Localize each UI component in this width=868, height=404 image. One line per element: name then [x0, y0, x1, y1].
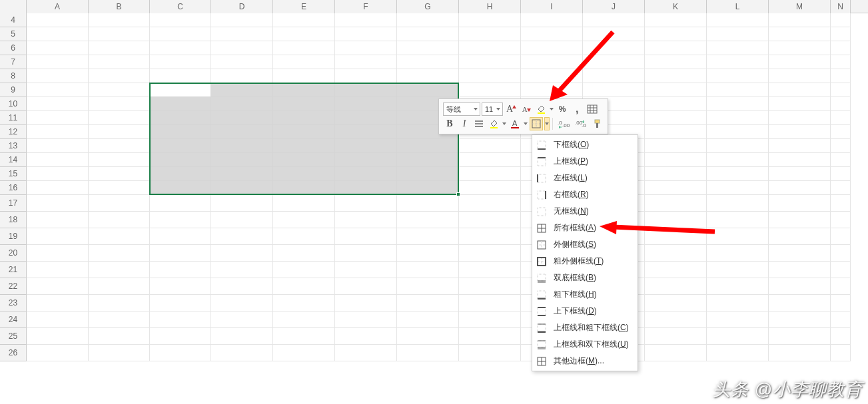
row-header-26[interactable]: 26 — [0, 345, 27, 361]
row-header-22[interactable]: 22 — [0, 278, 27, 295]
border-menu-item-outside[interactable]: 外侧框线(S) — [532, 236, 638, 253]
align-button[interactable] — [472, 117, 486, 130]
border-menu-item-bottom[interactable]: 下框线(O) — [532, 136, 638, 153]
row-header-10[interactable]: 10 — [0, 97, 27, 111]
svg-rect-29 — [538, 208, 546, 216]
svg-rect-39 — [538, 274, 546, 281]
border-right-icon — [536, 190, 547, 200]
increase-font-button[interactable]: A — [504, 102, 518, 116]
font-color-dropdown[interactable] — [523, 117, 528, 130]
svg-rect-9 — [490, 127, 498, 128]
row-header-21[interactable]: 21 — [0, 262, 27, 278]
row-header-13[interactable]: 13 — [0, 139, 27, 153]
chevron-down-icon — [524, 122, 528, 125]
spreadsheet: ABCDEFGHIJKLMN 4567891011121314151617181… — [0, 0, 868, 404]
row-header-18[interactable]: 18 — [0, 212, 27, 228]
column-header-N[interactable]: N — [831, 0, 851, 13]
border-menu-label: 下框线(O) — [554, 139, 589, 150]
svg-rect-44 — [538, 307, 546, 315]
row-header-9[interactable]: 9 — [0, 83, 27, 97]
border-menu-item-topthickbottom[interactable]: 上框线和粗下框线(C) — [532, 319, 638, 336]
border-menu-item-top[interactable]: 上框线(P) — [532, 153, 638, 170]
row-header-14[interactable]: 14 — [0, 153, 27, 167]
column-header-D[interactable]: D — [211, 0, 273, 13]
border-menu-item-more[interactable]: 其他边框(M)... — [532, 353, 638, 369]
fill-color-dropdown[interactable] — [549, 102, 554, 116]
border-outside-icon — [536, 240, 547, 250]
column-header-I[interactable]: I — [521, 0, 583, 13]
border-none-icon — [536, 206, 547, 217]
column-header-H[interactable]: H — [459, 0, 521, 13]
font-color-button[interactable]: A — [508, 117, 522, 130]
row-header-11[interactable]: 11 — [0, 111, 27, 125]
column-header-K[interactable]: K — [645, 0, 707, 13]
row-header-25[interactable]: 25 — [0, 328, 27, 345]
format-table-button[interactable] — [585, 102, 600, 116]
border-menu-label: 上框线和粗下框线(C) — [554, 322, 629, 333]
column-header-J[interactable]: J — [583, 0, 645, 13]
column-header-G[interactable]: G — [397, 0, 459, 13]
border-menu-label: 所有框线(A) — [554, 222, 596, 234]
row-header-24[interactable]: 24 — [0, 311, 27, 328]
paint-bucket-icon — [489, 119, 498, 128]
column-header-A[interactable]: A — [27, 0, 89, 13]
fill-color-button-2[interactable] — [487, 117, 500, 130]
column-header-M[interactable]: M — [769, 0, 831, 13]
paintbrush-icon — [592, 119, 602, 128]
comma-style-button[interactable]: , — [570, 102, 584, 116]
border-menu-item-right[interactable]: 右框线(R) — [532, 186, 638, 203]
bold-button[interactable]: B — [443, 117, 456, 130]
border-menu-item-none[interactable]: 无框线(N) — [532, 203, 638, 220]
font-size-selector[interactable]: 11 — [482, 102, 503, 116]
border-menu-item-left[interactable]: 左框线(L) — [532, 170, 638, 186]
borders-menu: 下框线(O)上框线(P)左框线(L)右框线(R)无框线(N)所有框线(A)外侧框… — [532, 134, 638, 371]
borders-icon — [532, 119, 541, 128]
percent-button[interactable]: % — [556, 102, 569, 116]
borders-dropdown[interactable] — [544, 117, 550, 130]
row-header-16[interactable]: 16 — [0, 181, 27, 195]
mini-toolbar-row2: B I A .0.00 .00.0 — [443, 116, 604, 131]
fill-color-button[interactable] — [534, 102, 548, 116]
column-header-E[interactable]: E — [273, 0, 335, 13]
chevron-down-icon — [545, 122, 549, 125]
increase-decimal-button[interactable]: .0.00 — [556, 117, 572, 130]
row-header-20[interactable]: 20 — [0, 245, 27, 262]
chevron-down-icon — [502, 122, 506, 125]
italic-button[interactable]: I — [458, 117, 471, 130]
border-menu-item-thickout[interactable]: 粗外侧框线(T) — [532, 253, 638, 270]
border-menu-item-topbottom[interactable]: 上下框线(D) — [532, 303, 638, 319]
decrease-font-button[interactable]: A — [520, 102, 533, 116]
border-menu-label: 其他边框(M)... — [554, 355, 604, 367]
svg-rect-47 — [538, 324, 546, 332]
column-header-B[interactable]: B — [89, 0, 150, 13]
row-header-5[interactable]: 5 — [0, 27, 27, 41]
row-header-8[interactable]: 8 — [0, 69, 27, 83]
column-header-F[interactable]: F — [335, 0, 397, 13]
decrease-decimal-button[interactable]: .00.0 — [573, 117, 589, 130]
cells-area[interactable] — [27, 13, 868, 404]
border-menu-item-dblbottom[interactable]: 双底框线(B) — [532, 270, 638, 286]
border-menu-item-topdblbottom[interactable]: 上框线和双下框线(U) — [532, 336, 638, 353]
format-painter-button[interactable] — [590, 117, 604, 130]
row-header-6[interactable]: 6 — [0, 41, 27, 55]
row-header-19[interactable]: 19 — [0, 228, 27, 245]
column-header-C[interactable]: C — [150, 0, 211, 13]
font-name-selector[interactable]: 等线 — [443, 102, 480, 116]
row-header-17[interactable]: 17 — [0, 195, 27, 212]
border-menu-item-all[interactable]: 所有框线(A) — [532, 220, 638, 236]
column-header-L[interactable]: L — [707, 0, 769, 13]
row-header-12[interactable]: 12 — [0, 125, 27, 139]
row-header-23[interactable]: 23 — [0, 295, 27, 311]
mini-toolbar-row1: 等线 11 A A % , — [443, 102, 604, 116]
border-menu-label: 无框线(N) — [554, 206, 589, 217]
row-header-4[interactable]: 4 — [0, 13, 27, 27]
border-all-icon — [536, 223, 547, 234]
row-header-15[interactable]: 15 — [0, 167, 27, 181]
select-all-corner[interactable] — [0, 0, 27, 13]
separator — [552, 118, 553, 130]
fill-color-dropdown-2[interactable] — [502, 117, 507, 130]
row-header-7[interactable]: 7 — [0, 55, 27, 69]
border-menu-label: 粗下框线(H) — [554, 289, 597, 300]
borders-button[interactable] — [530, 117, 543, 130]
border-menu-item-thickbottom[interactable]: 粗下框线(H) — [532, 286, 638, 303]
